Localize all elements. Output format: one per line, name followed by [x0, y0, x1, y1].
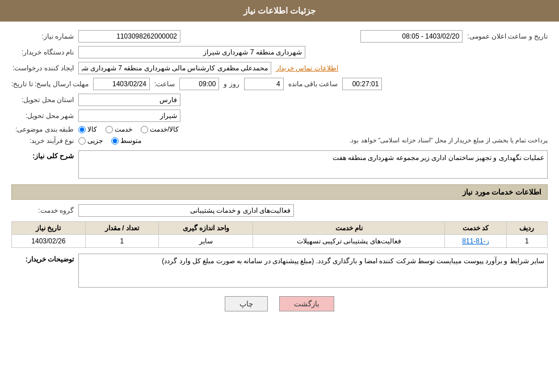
page-title: جزئیات اطلاعات نیاز	[243, 6, 316, 15]
announce-input[interactable]	[360, 30, 463, 43]
days-input[interactable]	[244, 78, 284, 90]
purchase-type-radio-group: متوسط جزیی	[78, 137, 141, 145]
province-label: استان محل تحویل:	[11, 96, 74, 104]
contact-link[interactable]: اطلاعات تماس خریدار	[276, 64, 338, 72]
city-input[interactable]	[78, 109, 180, 122]
service-group-label: گروه خدمت:	[11, 206, 74, 214]
cell-date: 1403/02/26	[12, 235, 86, 248]
remaining-label: ساعت باقی مانده	[288, 80, 338, 88]
time-label: ساعت:	[154, 80, 175, 88]
buyer-notes-box: سایر شرایط و برآورد پیوست میبایست توسط ش…	[78, 254, 548, 288]
service-group-input[interactable]	[78, 204, 294, 217]
cell-name: فعالیت‌های پشتیبانی ترکیبی تسهیلات	[253, 235, 445, 248]
remaining-time-input[interactable]	[342, 78, 382, 90]
cell-code[interactable]: ز-81-811	[445, 235, 506, 248]
col-qty: تعداد / مقدار	[85, 222, 159, 235]
purchase-type-partial-label: جزیی	[87, 137, 103, 145]
category-kala-khidmat-label: کالا/خدمت	[150, 125, 179, 133]
col-code: کد خدمت	[445, 222, 506, 235]
need-description-box: عملیات نگهداری و تجهیز ساختمان اداری زیر…	[78, 150, 548, 179]
purchase-type-medium-label: متوسط	[120, 137, 141, 145]
date-input[interactable]	[93, 78, 150, 90]
back-button[interactable]: بازگشت	[279, 296, 334, 311]
category-khidmat-label: خدمت	[115, 125, 132, 133]
province-input[interactable]	[78, 94, 180, 106]
category-radio-group: کالا/خدمت خدمت کالا	[78, 125, 179, 133]
col-name: نام خدمت	[253, 222, 445, 235]
cell-unit: سایر	[159, 235, 253, 248]
category-kala-khidmat[interactable]: کالا/خدمت	[141, 125, 179, 133]
org-input[interactable]	[78, 46, 305, 58]
deadline-label: مهلت ارسال پاسخ: تا تاریخ:	[11, 80, 89, 88]
announce-label: تاریخ و ساعت اعلان عمومی:	[467, 32, 548, 40]
table-row: 1 ز-81-811 فعالیت‌های پشتیبانی ترکیبی تس…	[12, 235, 548, 248]
city-label: شهر محل تحویل:	[11, 112, 74, 120]
days-label: روز و	[224, 80, 239, 88]
buyer-notes-text: سایر شرایط و برآورد پیوست میبایست توسط ش…	[162, 257, 544, 265]
need-description-label: شرح کلی نیاز:	[11, 150, 74, 160]
category-label: طبقه بندی موضوعی:	[11, 125, 74, 133]
purchase-type-partial[interactable]: جزیی	[78, 137, 103, 145]
need-number-label: شماره نیاز:	[11, 32, 74, 40]
cell-qty: 1	[85, 235, 159, 248]
col-date: تاریخ نیاز	[12, 222, 86, 235]
purchase-type-text: پرداخت تمام یا بخشی از مبلغ خریدار از مح…	[146, 137, 548, 144]
buttons-row: بازگشت چاپ	[11, 296, 548, 311]
org-label: نام دستگاه خریدار:	[11, 48, 74, 56]
category-kala-label: کالا	[87, 125, 97, 133]
need-number-input[interactable]	[78, 30, 180, 43]
services-table: ردیف کد خدمت نام خدمت واحد اندازه گیری ت…	[11, 221, 548, 248]
need-description-text: عملیات نگهداری و تجهیز ساختمان اداری زیر…	[333, 154, 544, 162]
cell-row: 1	[506, 235, 547, 248]
purchase-type-medium[interactable]: متوسط	[111, 137, 141, 145]
purchase-type-label: نوع فرآیند خرید:	[11, 137, 74, 145]
category-khidmat[interactable]: خدمت	[106, 125, 132, 133]
print-button[interactable]: چاپ	[225, 296, 268, 311]
services-section-title: اطلاعات خدمات مورد نیاز	[11, 184, 548, 200]
col-row: ردیف	[506, 222, 547, 235]
col-unit: واحد اندازه گیری	[159, 222, 253, 235]
creator-label: ایجاد کننده درخواست:	[11, 64, 74, 72]
page-header: جزئیات اطلاعات نیاز	[0, 0, 559, 22]
time-input[interactable]	[179, 78, 219, 90]
category-kala[interactable]: کالا	[78, 125, 97, 133]
buyer-notes-label: توضیحات خریدار:	[11, 254, 74, 263]
creator-input[interactable]	[78, 62, 271, 74]
